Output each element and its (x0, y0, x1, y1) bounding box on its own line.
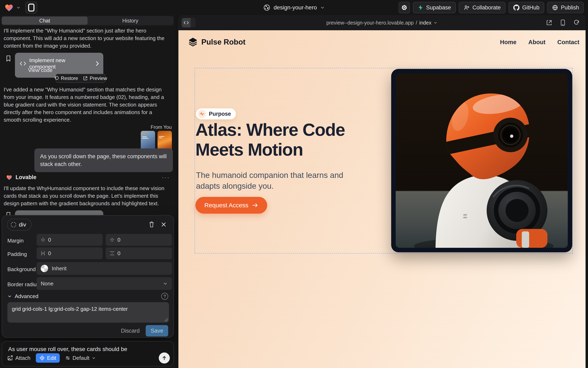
restore-icon (54, 76, 59, 81)
padding-label: Padding (7, 251, 27, 258)
classes-value: grid grid-cols-1 lg:grid-cols-2 gap-12 i… (12, 306, 128, 312)
delete-element-button[interactable] (149, 221, 155, 228)
chat-composer[interactable]: As user mouse roll over, these cards sho… (2, 341, 174, 366)
attach-button[interactable]: Attach (7, 355, 30, 361)
brand-name: Pulse Robot (201, 38, 246, 46)
help-icon[interactable]: ? (161, 293, 168, 300)
preview-top-bar: preview--design-your-hero.lovable.app / … (178, 15, 586, 30)
hero-image-card (391, 69, 572, 252)
selected-element-chip[interactable]: div (7, 219, 31, 231)
tab-chat[interactable]: Chat (2, 17, 87, 25)
chevron-down-icon (320, 5, 325, 10)
site-preview: Pulse Robot Home About Contact Purpose A… (178, 30, 586, 368)
tailwind-classes-textarea[interactable]: grid grid-cols-1 lg:grid-cols-2 gap-12 i… (7, 302, 169, 323)
url-separator: / (416, 20, 417, 26)
edit-label: Edit (47, 355, 56, 361)
padding-x-value: 0 (48, 250, 51, 257)
advanced-section-header[interactable]: Advanced ? (7, 293, 168, 300)
discard-button[interactable]: Discard (121, 328, 140, 334)
supabase-icon (418, 4, 424, 11)
supabase-button[interactable]: Supabase (413, 2, 456, 13)
assistant-message: I'll update the WhyHumanoid component to… (4, 185, 170, 207)
badge-label: Purpose (209, 111, 231, 117)
border-radius-select[interactable]: None (37, 277, 172, 290)
purpose-badge[interactable]: Purpose (196, 108, 236, 120)
robot-image (396, 74, 568, 248)
lovable-logo-icon[interactable] (4, 3, 13, 12)
close-inspector-button[interactable] (161, 222, 167, 227)
refresh-icon[interactable] (573, 19, 580, 26)
request-access-button[interactable]: Request Access (195, 197, 267, 214)
site-header: Pulse Robot Home About Contact (188, 35, 579, 49)
background-input[interactable]: Inherit (37, 262, 172, 275)
view-code-link[interactable]: View code (28, 67, 53, 74)
site-brand[interactable]: Pulse Robot (188, 37, 246, 47)
nav-about[interactable]: About (528, 39, 545, 46)
sidebar-toggle-button[interactable] (25, 2, 37, 13)
chevron-down-icon (7, 294, 12, 298)
padding-y-input[interactable]: 0 (105, 247, 172, 259)
mobile-view-icon[interactable] (560, 19, 566, 26)
restore-label: Restore (61, 75, 78, 81)
publish-button[interactable]: Publish (547, 2, 584, 13)
margin-x-value: 0 (48, 237, 51, 243)
preview-pane: preview--design-your-hero.lovable.app / … (178, 15, 586, 368)
background-value: Inherit (52, 265, 66, 272)
code-icon (184, 21, 189, 25)
settings-button[interactable] (398, 2, 410, 13)
restore-button[interactable]: Restore (54, 75, 78, 81)
chevron-down-icon (163, 281, 168, 286)
code-view-toggle[interactable] (182, 18, 196, 28)
more-options-icon[interactable]: ··· (162, 174, 170, 181)
preview-url[interactable]: preview--design-your-hero.lovable.app / … (326, 15, 437, 30)
collaborate-label: Collaborate (472, 4, 501, 11)
nav-contact[interactable]: Contact (557, 39, 579, 46)
chevron-down-icon (434, 21, 438, 25)
edit-mode-button[interactable]: Edit (36, 353, 60, 363)
preview-button[interactable]: Preview (83, 75, 107, 81)
chat-history-tabs: Chat History (1, 16, 174, 25)
tab-history[interactable]: History (87, 17, 173, 25)
padding-horizontal-icon (41, 251, 45, 256)
padding-x-input[interactable]: 0 (37, 247, 103, 259)
attachment-thumbnail-orange[interactable] (158, 131, 172, 150)
hero-headline: Atlas: Where Code Meets Motion (195, 120, 369, 159)
gear-icon (401, 4, 408, 11)
close-icon (161, 222, 167, 227)
sliders-icon (65, 355, 70, 361)
element-tag: div (19, 221, 26, 228)
composer-input[interactable]: As user mouse roll over, these cards sho… (8, 346, 167, 352)
attach-label: Attach (15, 355, 30, 361)
chevron-down-icon[interactable] (16, 6, 20, 9)
github-label: GitHub (522, 4, 539, 11)
supabase-label: Supabase (426, 4, 451, 11)
margin-x-input[interactable]: 0 (37, 234, 103, 246)
assistant-message: I'll implement the "Why Humanoid" sectio… (4, 27, 170, 50)
project-name: design-your-hero (274, 4, 317, 11)
margin-y-input[interactable]: 0 (105, 234, 172, 246)
arrow-up-icon (162, 355, 167, 361)
send-button[interactable] (159, 352, 170, 364)
attachment-thumbnail-blue[interactable] (141, 131, 155, 150)
lovable-heart-icon (6, 175, 12, 180)
save-button[interactable]: Save (146, 325, 168, 337)
mode-selector[interactable]: Default (65, 355, 96, 361)
collaborate-button[interactable]: Collaborate (459, 2, 506, 13)
border-radius-value: None (41, 280, 53, 287)
pulse-icon (198, 110, 206, 118)
target-icon (39, 355, 45, 361)
github-button[interactable]: GitHub (508, 2, 544, 13)
project-switcher[interactable]: design-your-hero (263, 0, 325, 15)
bookmark-icon[interactable] (6, 55, 11, 62)
url-host: preview--design-your-hero.lovable.app (326, 20, 414, 26)
app-window: design-your-hero Supabase (0, 0, 588, 368)
open-in-new-tab-icon[interactable] (546, 19, 552, 26)
github-icon (513, 4, 520, 11)
resize-handle[interactable] (164, 318, 168, 321)
cta-label: Request Access (204, 202, 248, 209)
element-inspector-panel: div Margin 0 0 (2, 215, 174, 338)
margin-vertical-icon (110, 238, 114, 242)
border-radius-label: Border radius (7, 281, 39, 288)
nav-home[interactable]: Home (500, 39, 517, 46)
trash-icon (149, 221, 155, 228)
